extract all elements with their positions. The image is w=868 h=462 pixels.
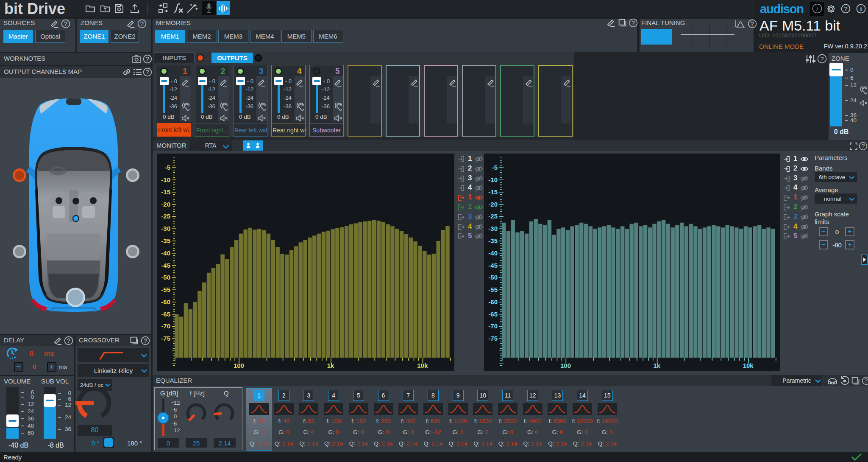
- svg-text:-40: -40: [161, 249, 170, 257]
- svg-text:-75: -75: [488, 335, 498, 342]
- svg-text:-50: -50: [488, 274, 498, 281]
- svg-text:1k: 1k: [327, 362, 334, 369]
- svg-text:-70: -70: [161, 322, 170, 330]
- svg-text:1k: 1k: [653, 362, 660, 369]
- svg-text:-5: -5: [492, 164, 498, 171]
- svg-text:-15: -15: [161, 188, 170, 196]
- svg-text:?: ?: [140, 20, 144, 27]
- svg-text:-75: -75: [161, 335, 170, 342]
- svg-text:?: ?: [751, 20, 754, 27]
- svg-text:-50: -50: [161, 274, 170, 281]
- svg-text:?: ?: [64, 20, 67, 27]
- svg-text:?: ?: [862, 143, 865, 149]
- svg-text:?: ?: [146, 68, 149, 76]
- svg-text:-25: -25: [161, 213, 170, 220]
- svg-text:-60: -60: [488, 298, 498, 305]
- svg-text:-20: -20: [161, 201, 170, 208]
- svg-text:?: ?: [865, 377, 868, 384]
- svg-text:?: ?: [844, 5, 847, 12]
- svg-text:-25: -25: [488, 213, 498, 220]
- svg-text:10k: 10k: [743, 362, 754, 369]
- svg-text:-35: -35: [488, 237, 498, 244]
- svg-text:100: 100: [234, 362, 244, 369]
- svg-text:100: 100: [560, 362, 571, 369]
- svg-text:?: ?: [632, 19, 635, 26]
- svg-text:-10: -10: [161, 176, 170, 183]
- svg-text:i: i: [860, 6, 862, 12]
- svg-text:?: ?: [67, 337, 70, 344]
- svg-text:-45: -45: [161, 262, 170, 269]
- svg-text:-20: -20: [488, 201, 498, 208]
- svg-text:-35: -35: [161, 237, 170, 244]
- svg-text:-5: -5: [165, 164, 170, 171]
- svg-text:10k: 10k: [417, 362, 428, 369]
- svg-text:-65: -65: [488, 311, 498, 318]
- svg-text:?: ?: [146, 55, 149, 62]
- svg-text:-55: -55: [488, 286, 498, 293]
- svg-text:?: ?: [820, 55, 823, 62]
- svg-text:-65: -65: [161, 311, 170, 318]
- svg-text:-40: -40: [488, 249, 498, 257]
- svg-text:-60: -60: [161, 298, 170, 305]
- svg-text:♪: ♪: [816, 5, 819, 12]
- svg-text:-55: -55: [161, 286, 170, 293]
- svg-text:-10: -10: [488, 176, 498, 183]
- svg-text:-30: -30: [488, 225, 498, 232]
- svg-text:?: ?: [144, 337, 147, 344]
- svg-text:-30: -30: [161, 225, 170, 232]
- svg-text:-70: -70: [488, 322, 498, 330]
- svg-text:-15: -15: [488, 188, 498, 196]
- svg-text:-45: -45: [488, 262, 498, 269]
